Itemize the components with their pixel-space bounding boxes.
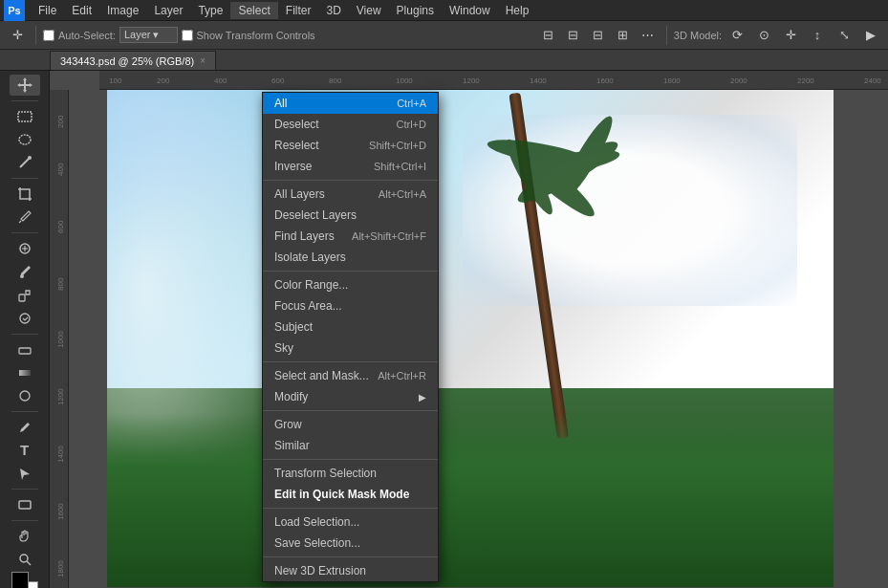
tool-history-brush[interactable]: [10, 308, 40, 329]
align-center-icon[interactable]: ⊟: [562, 24, 585, 47]
menu-type[interactable]: Type: [190, 2, 230, 19]
menu-3d[interactable]: 3D: [318, 2, 348, 19]
svg-line-14: [27, 561, 31, 565]
svg-rect-12: [19, 501, 31, 509]
menu-item-focus-area[interactable]: Focus Area...: [263, 295, 438, 316]
tool-separator: [11, 100, 38, 101]
transform-controls-label: Show Transform Controls: [197, 30, 315, 41]
svg-text:1400: 1400: [530, 76, 547, 85]
3d-scale-icon[interactable]: ⤡: [833, 24, 856, 47]
menu-item-isolate-layers[interactable]: Isolate Layers: [263, 247, 438, 268]
tool-magic-wand[interactable]: [10, 152, 40, 173]
tool-pen[interactable]: [10, 417, 40, 438]
tool-clone-stamp[interactable]: [10, 284, 40, 305]
menu-item-modify[interactable]: Modify ▶: [263, 386, 438, 407]
menu-separator-3: [263, 361, 438, 362]
menu-item-find-layers-label: Find Layers: [274, 229, 335, 243]
svg-rect-8: [19, 294, 25, 301]
auto-select-check: Auto-Select: Layer ▾: [43, 27, 178, 43]
menu-item-select-and-mask[interactable]: Select and Mask... Alt+Ctrl+R: [263, 365, 438, 386]
menu-edit[interactable]: Edit: [64, 2, 99, 19]
menu-plugins[interactable]: Plugins: [389, 2, 442, 19]
menu-item-all-layers-label: All Layers: [274, 187, 325, 201]
align-right-icon[interactable]: ⊟: [587, 24, 610, 47]
menu-item-deselect-layers[interactable]: Deselect Layers: [263, 205, 438, 226]
tool-zoom[interactable]: [10, 549, 40, 570]
menu-item-save-selection[interactable]: Save Selection...: [263, 533, 438, 554]
move-tool-option[interactable]: ✛: [6, 24, 29, 47]
menu-item-reselect[interactable]: Reselect Shift+Ctrl+D: [263, 135, 438, 156]
transform-controls-checkbox[interactable]: [182, 30, 193, 41]
svg-text:1600: 1600: [56, 503, 65, 520]
foreground-background[interactable]: [11, 572, 38, 588]
align-left-icon[interactable]: ⊟: [537, 24, 560, 47]
svg-text:400: 400: [56, 163, 65, 176]
menu-item-load-selection[interactable]: Load Selection...: [263, 512, 438, 533]
menu-item-sky[interactable]: Sky: [263, 338, 438, 359]
3d-slide-icon[interactable]: ↕: [806, 24, 829, 47]
menu-item-edit-quick-mask[interactable]: Edit in Quick Mask Mode: [263, 484, 438, 505]
tool-move[interactable]: [10, 75, 40, 96]
menu-item-similar[interactable]: Similar: [263, 435, 438, 456]
tool-dodge[interactable]: [10, 385, 40, 406]
tab-close-button[interactable]: ×: [200, 55, 206, 66]
tool-lasso[interactable]: [10, 129, 40, 150]
tools-panel: T: [0, 71, 50, 588]
tool-rectangle[interactable]: [10, 494, 40, 515]
tool-brush[interactable]: [10, 261, 40, 282]
menu-item-modify-label: Modify: [274, 390, 308, 403]
toolbar-icons: ⊟ ⊟ ⊟ ⊞ ⋯: [537, 24, 660, 47]
menu-item-all-layers[interactable]: All Layers Alt+Ctrl+A: [263, 184, 438, 205]
auto-select-value[interactable]: Layer ▾: [119, 27, 178, 43]
menu-item-find-layers[interactable]: Find Layers Alt+Shift+Ctrl+F: [263, 226, 438, 247]
tool-eyedropper[interactable]: [10, 207, 40, 228]
menu-item-deselect-layers-label: Deselect Layers: [274, 208, 357, 222]
tool-spot-healing[interactable]: [10, 238, 40, 259]
menu-item-inverse[interactable]: Inverse Shift+Ctrl+I: [263, 156, 438, 177]
separator2: [666, 26, 667, 45]
tool-crop[interactable]: [10, 184, 40, 205]
menu-item-inverse-shortcut: Shift+Ctrl+I: [374, 161, 426, 172]
distribute-icon[interactable]: ⊞: [612, 24, 635, 47]
3d-pan-icon[interactable]: ✛: [779, 24, 802, 47]
tool-eraser[interactable]: [10, 338, 40, 359]
menu-layer[interactable]: Layer: [146, 2, 190, 19]
svg-text:2200: 2200: [797, 76, 814, 85]
more-icon[interactable]: ⋯: [637, 24, 660, 47]
tool-type[interactable]: T: [10, 440, 40, 461]
menu-view[interactable]: View: [349, 2, 389, 19]
auto-select-checkbox[interactable]: [43, 30, 54, 41]
menu-help[interactable]: Help: [498, 2, 537, 19]
3d-video-icon[interactable]: ▶: [859, 24, 882, 47]
main-area: T 100: [0, 71, 888, 588]
menu-separator-4: [263, 410, 438, 411]
menu-item-transform-selection[interactable]: Transform Selection: [263, 463, 438, 484]
menu-item-subject[interactable]: Subject: [263, 316, 438, 338]
tool-hand[interactable]: [10, 526, 40, 547]
menu-item-deselect[interactable]: Deselect Ctrl+D: [263, 114, 438, 135]
app-logo: Ps: [4, 0, 25, 21]
menu-item-grow[interactable]: Grow: [263, 414, 438, 435]
tool-separator2: [11, 178, 38, 179]
svg-text:1600: 1600: [596, 76, 614, 85]
menu-window[interactable]: Window: [442, 2, 498, 19]
tool-path-selection[interactable]: [10, 463, 40, 484]
3d-rotate-icon[interactable]: ⟳: [726, 24, 748, 47]
menu-filter[interactable]: Filter: [278, 2, 319, 19]
separator: [35, 26, 36, 45]
auto-select-label: Auto-Select:: [58, 30, 116, 41]
color-swatches: [11, 572, 38, 588]
menu-file[interactable]: File: [31, 2, 64, 19]
tool-gradient[interactable]: [10, 362, 40, 383]
menu-item-all[interactable]: All Ctrl+A: [263, 93, 438, 114]
menu-item-edit-quick-mask-label: Edit in Quick Mask Mode: [274, 488, 409, 501]
3d-roll-icon[interactable]: ⊙: [752, 24, 775, 47]
svg-text:1800: 1800: [56, 560, 65, 577]
menu-item-new-3d-extrusion[interactable]: New 3D Extrusion: [263, 560, 438, 581]
svg-point-1: [19, 135, 31, 144]
document-tab[interactable]: 343443.psd @ 25% (RGB/8) ×: [50, 51, 216, 70]
menu-image[interactable]: Image: [99, 2, 146, 19]
tool-rectangular-marquee[interactable]: [10, 106, 40, 127]
menu-item-color-range[interactable]: Color Range...: [263, 274, 438, 295]
menu-select[interactable]: Select: [230, 2, 277, 19]
